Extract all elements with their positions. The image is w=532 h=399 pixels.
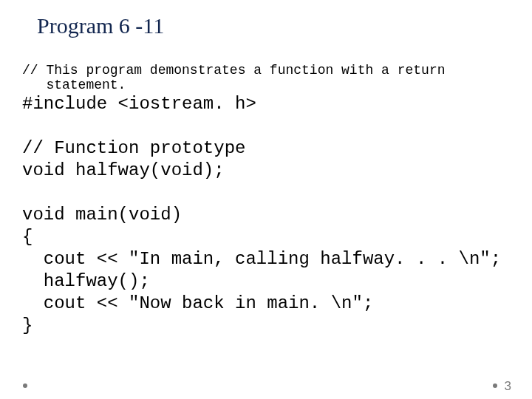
- code-line-2: halfway();: [22, 271, 150, 291]
- code-brace-close: }: [22, 316, 33, 335]
- code-proto-comment: // Function prototype: [22, 138, 245, 158]
- code-brace-open: {: [22, 227, 33, 247]
- code-block: #include <iostream. h> // Function proto…: [22, 93, 510, 337]
- slide: Program 6 -11 // This program demonstrat…: [0, 0, 532, 399]
- slide-title: Program 6 -11: [37, 13, 164, 38]
- footer-bullet-left: [23, 383, 27, 388]
- code-main-sig: void main(void): [22, 205, 182, 225]
- code-comment-header: // This program demonstrates a function …: [22, 64, 510, 93]
- page-number: 3: [505, 379, 511, 394]
- code-include: #include <iostream. h>: [22, 94, 256, 114]
- code-line-1: cout << "In main, calling halfway. . . \…: [22, 249, 501, 269]
- footer-bullet-right: [493, 383, 497, 388]
- code-line-3: cout << "Now back in main. \n";: [22, 293, 373, 313]
- code-proto: void halfway(void);: [22, 160, 225, 180]
